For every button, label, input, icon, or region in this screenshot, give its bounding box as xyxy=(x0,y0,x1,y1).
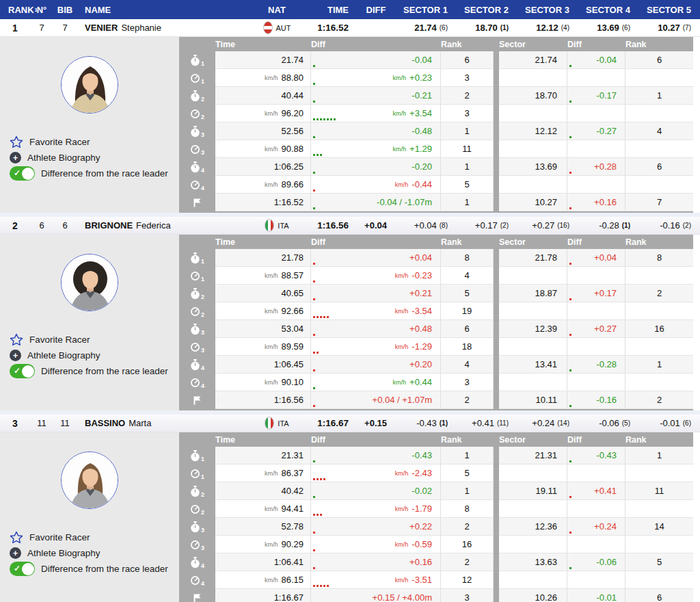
sector-diff: -0.17 xyxy=(567,87,625,105)
intermediate-rank: 5 xyxy=(441,176,494,194)
sector-time: 10.11 xyxy=(499,391,567,409)
trend-dots xyxy=(313,387,315,389)
summary-sector-3: +0.24(14) xyxy=(517,415,578,432)
avatar xyxy=(61,452,118,509)
split-row-timer2: 2 40.44 -0.21 2 18.70 -0.17 1 xyxy=(179,87,693,105)
intermediate-diff: km/h+3.54 xyxy=(311,105,441,122)
racer-detail-block: Favorite Racer + Athlete Biography ✓ Dif… xyxy=(0,432,700,602)
speedometer-icon xyxy=(190,73,200,83)
racer-name[interactable]: BRIGNONEFederica xyxy=(77,217,247,234)
sector-diff: +0.04 xyxy=(567,249,625,267)
athlete-biography-button[interactable]: + Athlete Biography xyxy=(10,150,175,166)
summary-sector-4: -0.06(5) xyxy=(578,415,638,432)
split-table-header: Time Diff Rank Sector Diff Rank xyxy=(179,37,693,51)
intermediate-time: km/h94.41 xyxy=(215,500,311,518)
intermediate-rank: 8 xyxy=(441,249,494,267)
racer-photo xyxy=(62,57,118,114)
intermediate-rank: 1 xyxy=(441,482,494,500)
intermediate-time: 1:06.41 xyxy=(215,553,311,571)
trend-dots xyxy=(313,352,319,354)
difference-toggle-row[interactable]: ✓ Difference from the race leader xyxy=(10,363,175,379)
racer-diff: +0.04 xyxy=(357,217,395,234)
sector-rank: 11 xyxy=(625,482,693,500)
col-sector-1[interactable]: SECTOR 1 xyxy=(395,5,456,15)
sector-rank xyxy=(625,176,693,194)
racer-summary-row[interactable]: 3 11 11 BASSINOMarta ITA 1:16.67 +0.15 -… xyxy=(0,415,700,432)
plus-icon: + xyxy=(10,547,21,559)
split-row-flag-finish: 1:16.52 -0.04 / -1.07m 1 10.27 +0.16 7 xyxy=(179,194,693,211)
sector-time xyxy=(499,338,567,356)
sector-diff xyxy=(567,536,625,553)
racer-panel: Favorite Racer + Athlete Biography ✓ Dif… xyxy=(0,37,179,213)
sector-time: 21.78 xyxy=(499,249,567,267)
trend-dots xyxy=(313,101,315,103)
flag-icon xyxy=(263,21,273,34)
star-icon xyxy=(10,135,23,148)
split-times-table: Time Diff Rank Sector Diff Rank 1 21.78 … xyxy=(179,235,693,410)
split-row-speed1: 1 km/h86.37 km/h-2.43 5 xyxy=(179,464,693,482)
racer-name[interactable]: VENIERStephanie xyxy=(77,19,247,36)
split-row-timer4: 4 1:06.25 -0.20 1 13.69 +0.28 6 xyxy=(179,158,693,176)
trend-dots xyxy=(313,567,315,569)
col-number[interactable]: N° xyxy=(30,5,53,15)
col-bib[interactable]: BIB xyxy=(53,5,77,15)
col-nat[interactable]: NAT xyxy=(247,5,306,15)
intermediate-diff: -0.21 xyxy=(311,87,441,105)
col-rank[interactable]: RANK1 xyxy=(0,5,30,15)
difference-toggle-row[interactable]: ✓ Difference from the race leader xyxy=(10,561,175,577)
intermediate-diff: km/h-0.23 xyxy=(311,267,441,285)
sector-trend-dots xyxy=(569,496,571,498)
difference-toggle-label: Difference from the race leader xyxy=(41,564,168,574)
trend-dots xyxy=(313,154,322,156)
athlete-biography-button[interactable]: + Athlete Biography xyxy=(10,545,175,561)
sector-trend-dots xyxy=(569,136,571,138)
intermediate-time: 53.04 xyxy=(215,320,311,338)
split-row-flag-finish: 1:16.67 +0.15 / +4.00m 3 10.26 -0.01 6 xyxy=(179,589,693,602)
split-times-table: Time Diff Rank Sector Diff Rank 1 21.31 … xyxy=(179,432,693,602)
col-diff[interactable]: DIFF xyxy=(357,5,395,15)
toggle-on-icon[interactable]: ✓ xyxy=(10,562,35,576)
sector-diff: +0.16 xyxy=(567,194,625,211)
racer-summary-row[interactable]: 1 7 7 VENIERStephanie AUT 1:16.52 21.74(… xyxy=(0,19,700,37)
sector-trend-dots xyxy=(569,65,571,67)
split-row-timer2: 2 40.65 +0.21 5 18.87 +0.17 2 xyxy=(179,285,693,302)
intermediate-diff: +0.20 xyxy=(311,356,441,374)
col-time[interactable]: TIME xyxy=(306,5,357,15)
racer-name[interactable]: BASSINOMarta xyxy=(77,415,247,432)
sector-time xyxy=(499,374,567,391)
col-sector-4[interactable]: SECTOR 4 xyxy=(578,5,638,15)
sector-diff: +0.27 xyxy=(567,320,625,338)
athlete-biography-button[interactable]: + Athlete Biography xyxy=(10,348,175,363)
col-sector-2[interactable]: SECTOR 2 xyxy=(456,5,517,15)
racer-summary-row[interactable]: 2 6 6 BRIGNONEFederica ITA 1:16.56 +0.04… xyxy=(0,217,700,235)
sector-time xyxy=(499,105,567,122)
toggle-on-icon[interactable]: ✓ xyxy=(10,364,35,378)
stopwatch-icon xyxy=(190,55,200,66)
intermediate-diff: +0.16 xyxy=(311,553,441,571)
athlete-biography-label: Athlete Biography xyxy=(27,153,100,163)
sector-trend-dots xyxy=(569,334,571,336)
stopwatch-icon xyxy=(190,288,200,300)
col-name[interactable]: NAME xyxy=(77,5,247,15)
col-sector-5[interactable]: SECTOR 5 xyxy=(638,5,699,15)
speedometer-icon xyxy=(190,144,200,155)
summary-sector-1: 21.74(6) xyxy=(395,19,456,36)
sector-diff: -0.01 xyxy=(567,589,625,602)
favorite-racer-button[interactable]: Favorite Racer xyxy=(10,332,175,348)
intermediate-time: 40.65 xyxy=(215,285,311,302)
split-times-table: Time Diff Rank Sector Diff Rank 1 21.74 … xyxy=(179,37,693,213)
racer-number: 11 xyxy=(30,415,53,432)
col-sector-3[interactable]: SECTOR 3 xyxy=(517,5,578,15)
finish-flag-icon xyxy=(192,198,202,208)
intermediate-diff: km/h-0.44 xyxy=(311,176,441,194)
toggle-on-icon[interactable]: ✓ xyxy=(10,166,35,181)
sector-diff xyxy=(567,500,625,518)
racer-detail-block: Favorite Racer + Athlete Biography ✓ Dif… xyxy=(0,235,700,410)
split-row-timer1: 1 21.78 +0.04 8 21.78 +0.04 8 xyxy=(179,249,693,267)
favorite-racer-button[interactable]: Favorite Racer xyxy=(10,134,175,150)
split-table-header: Time Diff Rank Sector Diff Rank xyxy=(179,235,693,249)
favorite-racer-button[interactable]: Favorite Racer xyxy=(10,529,175,545)
speedometer-icon xyxy=(190,109,200,119)
difference-toggle-row[interactable]: ✓ Difference from the race leader xyxy=(10,166,175,181)
racer-bib: 7 xyxy=(53,19,77,36)
